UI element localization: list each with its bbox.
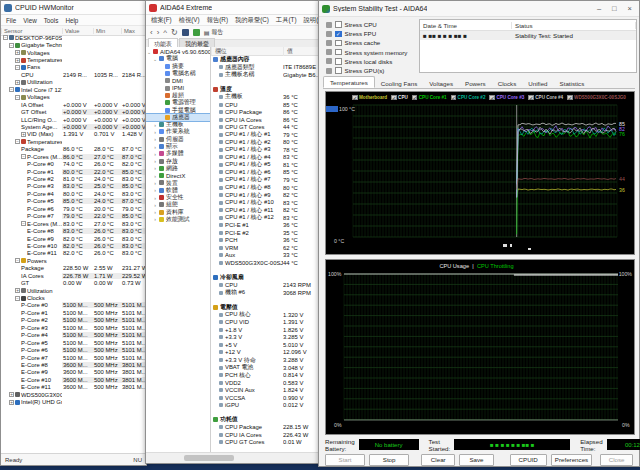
table-row[interactable]: P-Core #15100 M...500 MHz5101 M... (1, 309, 146, 316)
table-row[interactable]: Package228.50 W2.55 W231.27 W (1, 265, 146, 272)
table-row[interactable]: GT Offset+0.000 V+0.000 V+0.000 V (1, 108, 146, 115)
collapse-icon[interactable]: − (9, 43, 14, 48)
table-row[interactable]: P-Core #55100 M...500 MHz5101 M... (1, 339, 146, 346)
tree-item[interactable]: ›作業系統 (146, 128, 210, 135)
user-icon[interactable] (182, 29, 189, 36)
menu-item-1[interactable]: 檢視(V) (179, 16, 200, 25)
sensor-row[interactable]: WDS500G3X0C-00SJG044 °C (211, 259, 319, 267)
table-row[interactable]: System Age...+0.000 V+0.000 V+0.000 V (1, 123, 146, 130)
tree-item[interactable]: ›顯示 (146, 143, 210, 150)
tree-item[interactable]: 電源管理 (146, 99, 210, 106)
table-row[interactable]: GT0.00 W0.00 W0.73 W (1, 279, 146, 286)
table-row[interactable]: P-Core #679.0 °C20.0 °C79.0 °C (1, 205, 146, 212)
table-row[interactable]: E-Core #883.0 °C26.0 °C83.0 °C (1, 227, 146, 234)
collapse-icon[interactable]: − (15, 95, 20, 100)
tree-item[interactable]: DMI (146, 77, 210, 84)
menu-item-3[interactable]: 我的最愛(C) (235, 16, 269, 25)
sensor-row[interactable]: CPU VID1.391 V (211, 319, 319, 327)
table-row[interactable]: E-Core #113600 M...500 MHz3801 M... (1, 384, 146, 391)
table-row[interactable]: Package86.0 °C28.0 °C87.0 °C (1, 146, 146, 153)
tree-item[interactable]: ›裝置 (146, 179, 210, 186)
maximize-icon[interactable]: □ (612, 4, 617, 13)
sensor-row[interactable]: PCH 核心0.814 V (211, 371, 319, 379)
tree-item[interactable]: ›組態 (146, 201, 210, 208)
table-row[interactable]: P-Core #35100 M...500 MHz5101 M... (1, 324, 146, 331)
table-row[interactable]: −Voltages (1, 94, 146, 101)
stop-button[interactable]: Stop (369, 454, 409, 466)
cpuid-button[interactable]: CPUID (510, 454, 547, 466)
table-row[interactable]: +Intel(R) UHD Gra... (1, 398, 146, 405)
tab-powers[interactable]: Powers (459, 78, 492, 88)
table-row[interactable]: P-Core #383.0 °C25.0 °C85.0 °C (1, 183, 146, 190)
sensor-row[interactable]: CPU Package228.15 W (211, 424, 319, 432)
table-row[interactable]: E-Core #982.0 °C26.0 °C83.0 °C (1, 235, 146, 242)
legend-checkbox[interactable]: ✓ (528, 95, 534, 101)
graph-icon[interactable] (193, 29, 200, 36)
table-row[interactable]: E-Core #83600 M...500 MHz3801 M... (1, 361, 146, 368)
table-row[interactable]: P-Core #585.0 °C24.0 °C87.0 °C (1, 198, 146, 205)
log-row[interactable]: ■ ■■ ■ ■ ■ ■■ ■Stability Test: Started (420, 31, 636, 40)
collapse-icon[interactable]: − (21, 154, 26, 159)
tab-unified[interactable]: Unified (522, 78, 553, 88)
checkbox-checked[interactable]: ✓ (335, 31, 342, 38)
tab-cooling-fans[interactable]: Cooling Fans (375, 78, 423, 88)
legend-checkbox[interactable]: ✓ (391, 95, 397, 101)
sensor-row[interactable]: CPU IA Cores226.43 W (211, 431, 319, 439)
table-row[interactable]: −Gigabyte Technol... (1, 41, 146, 48)
tree-item[interactable]: 電腦名稱 (146, 70, 210, 77)
tree-item[interactable]: ›效能測試 (146, 216, 210, 223)
checkbox-unchecked[interactable] (335, 49, 342, 56)
sensor-row[interactable]: VCCIN Aux1.824 V (211, 386, 319, 394)
section-header-row[interactable]: 冷卻風扇 (211, 274, 319, 282)
section-header-row[interactable]: 功耗值 (211, 416, 319, 424)
collapse-icon[interactable]: − (15, 65, 20, 70)
expand-icon[interactable]: + (9, 392, 14, 397)
table-row[interactable]: −Intel Core i7 1270... (1, 86, 146, 93)
sensor-row[interactable]: Aux33 °C (211, 252, 319, 260)
back-icon[interactable]: ‹ (150, 28, 153, 38)
menu-item-4[interactable]: 工具(T) (276, 16, 297, 25)
aida64-titlebar[interactable]: AIDA64 Extreme (146, 1, 319, 15)
collapse-icon[interactable]: − (15, 296, 20, 301)
tree-item[interactable]: ›存放 (146, 157, 210, 164)
table-row[interactable]: −Fans (1, 64, 146, 71)
menu-item-2[interactable]: Tools (44, 17, 59, 24)
menu-item-2[interactable]: 報告(R) (207, 16, 228, 25)
sensor-row[interactable]: PCI-E #136 °C (211, 221, 319, 229)
save-button[interactable]: Save (459, 454, 493, 466)
checkbox-unchecked[interactable] (335, 40, 342, 47)
table-row[interactable]: −Powers (1, 257, 146, 264)
menu-item-1[interactable]: View (23, 17, 37, 24)
table-row[interactable]: P-Core #65100 M...500 MHz5101 M... (1, 346, 146, 353)
sensor-row[interactable]: CPU85 °C (211, 101, 319, 109)
expand-icon[interactable]: + (21, 132, 26, 137)
table-row[interactable]: −DESKTOP-96F0S2C (1, 34, 146, 41)
table-row[interactable]: +VID (Max)1.391 V0.701 V1.428 V (1, 131, 146, 138)
table-row[interactable]: IA Offset+0.000 V+0.000 V+0.000 V (1, 101, 146, 108)
hwmonitor-titlebar[interactable]: CPUID HWMonitor (1, 1, 146, 15)
menu-item-3[interactable]: Help (65, 17, 78, 24)
report-button[interactable]: ▤ 報告 (204, 28, 224, 37)
checkbox-unchecked[interactable] (335, 58, 342, 65)
tree-item[interactable]: 超頻 (146, 92, 210, 99)
sensor-row[interactable]: PCI-E #235 °C (211, 229, 319, 237)
expand-icon[interactable]: + (15, 288, 20, 293)
refresh-icon[interactable]: ↻ (171, 28, 178, 38)
tree-item[interactable]: ›軟體 (146, 187, 210, 194)
legend-checkbox[interactable]: ✓ (451, 95, 457, 101)
sensor-row[interactable]: +3.3 V3.285 V (211, 334, 319, 342)
tree-item[interactable]: ›主機板 (146, 121, 210, 128)
tree-item[interactable]: ›資料庫 (146, 209, 210, 216)
table-row[interactable]: −P-Cores (M...86.0 °C27.0 °C87.0 °C (1, 153, 146, 160)
table-row[interactable]: −E-Cores (M...83.0 °C27.0 °C83.0 °C (1, 220, 146, 227)
table-row[interactable]: P-Core #25100 M...500 MHz5101 M... (1, 317, 146, 324)
legend-checkbox[interactable]: ✓ (567, 95, 573, 101)
horizontal-scrollbar[interactable] (146, 452, 319, 463)
tab-statistics[interactable]: Statistics (554, 78, 591, 88)
menu-item-5[interactable]: 說明(H) (304, 16, 319, 25)
table-row[interactable]: E-Core #1082.0 °C26.0 °C83.0 °C (1, 242, 146, 249)
collapse-icon[interactable]: − (21, 221, 26, 226)
table-row[interactable]: −Clocks (1, 294, 146, 301)
collapse-icon[interactable]: − (9, 87, 14, 92)
tab-temperatures[interactable]: Temperatures (323, 76, 375, 88)
